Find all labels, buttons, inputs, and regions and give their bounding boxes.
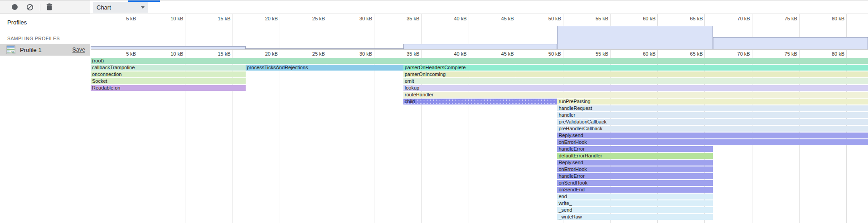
sidebar-title: Profiles <box>0 14 90 26</box>
overview-ruler: 5 kB10 kB15 kB20 kB25 kB30 kB35 kB40 kB4… <box>91 14 868 23</box>
memory-profiler-panel: Chart Profiles SAMPLING PROFILES % Profi… <box>0 0 868 223</box>
flame-bar[interactable]: lookup <box>403 85 868 91</box>
flame-bar[interactable]: Socket <box>91 78 246 84</box>
sampling-profiles-section-label: SAMPLING PROFILES <box>0 26 90 44</box>
flame-bar[interactable]: emit <box>403 78 868 84</box>
block-icon <box>26 4 34 11</box>
ruler-tick-label: 80 kB <box>832 16 844 21</box>
ruler-tick-label: 10 kB <box>170 16 183 21</box>
ruler-tick-label: 60 kB <box>643 51 655 57</box>
ruler-tick-label: 20 kB <box>265 16 278 21</box>
trash-icon <box>46 3 53 11</box>
flame-bar[interactable]: runPreParsing <box>557 99 868 104</box>
ruler-tick-label: 60 kB <box>643 16 655 21</box>
profile-name: Profile 1 <box>20 47 73 53</box>
profiles-sidebar: Profiles SAMPLING PROFILES % Profile 1 S… <box>0 14 90 223</box>
flame-bar[interactable]: end <box>557 194 713 199</box>
delete-button[interactable] <box>43 1 56 13</box>
flame-bar[interactable]: preValidationCallback <box>557 119 868 125</box>
ruler-tick-label: 40 kB <box>454 51 466 57</box>
ruler-tick-label: 75 kB <box>785 16 797 21</box>
ruler-tick-label: 70 kB <box>737 51 750 57</box>
overview-area-segment <box>713 37 868 49</box>
overview-minimap[interactable] <box>91 23 868 49</box>
flame-bar[interactable]: Reply.send <box>557 160 713 166</box>
selected-tab-indicator <box>128 0 160 2</box>
ruler-tick-label: 65 kB <box>690 16 703 21</box>
overview-area-segment <box>403 44 558 49</box>
flame-bar[interactable]: handler <box>557 112 868 118</box>
ruler-tick-label: 45 kB <box>501 51 514 57</box>
flame-bar[interactable]: defaultErrorHandler <box>557 153 713 159</box>
toolbar-divider <box>40 4 40 11</box>
ruler-tick-label: 75 kB <box>785 51 797 57</box>
flame-ruler: 5 kB10 kB15 kB20 kB25 kB30 kB35 kB40 kB4… <box>91 50 868 58</box>
chevron-down-icon <box>141 6 145 9</box>
ruler-tick-label: 65 kB <box>690 51 703 57</box>
ruler-tick-label: 55 kB <box>596 16 608 21</box>
flame-bar[interactable]: handleError <box>557 173 713 179</box>
ruler-tick-label: 35 kB <box>407 51 419 57</box>
ruler-tick-label: 30 kB <box>359 51 372 57</box>
flame-bar[interactable]: handleError <box>557 146 713 152</box>
flame-bar[interactable]: onconnection <box>91 71 246 77</box>
ruler-tick-label: 15 kB <box>218 16 230 21</box>
toolbar: Chart <box>0 0 868 14</box>
flame-bar[interactable]: onErrorHook <box>557 166 713 172</box>
ruler-tick-label: 15 kB <box>218 51 230 57</box>
ruler-tick-label: 50 kB <box>548 16 561 21</box>
ruler-tick-label: 45 kB <box>501 16 514 21</box>
flame-bar[interactable]: child <box>403 99 558 104</box>
ruler-tick-label: 40 kB <box>454 16 466 21</box>
flame-bar[interactable]: onSendEnd <box>557 187 713 193</box>
ruler-tick-label: 25 kB <box>312 16 325 21</box>
ruler-tick-label: 10 kB <box>170 51 183 57</box>
ruler-tick-label: 70 kB <box>737 16 750 21</box>
profile-icon: % <box>6 45 15 54</box>
record-icon <box>12 4 18 10</box>
flame-bar[interactable]: parserOnHeadersComplete <box>403 65 868 71</box>
ruler-tick-label: 5 kB <box>126 51 136 57</box>
flame-bar[interactable]: routeHandler <box>403 92 868 98</box>
flame-bar[interactable]: write_ <box>557 200 713 206</box>
ruler-tick-label: 50 kB <box>548 51 561 57</box>
flame-bar[interactable]: onSendHook <box>557 180 713 186</box>
flame-bar[interactable]: Readable.on <box>91 85 246 91</box>
flame-bar[interactable]: _send <box>557 207 713 213</box>
flame-bar[interactable]: processTicksAndRejections <box>246 65 403 71</box>
flame-chart: (root)callbackTrampolineprocessTicksAndR… <box>91 58 868 223</box>
ruler-tick-label: 25 kB <box>312 51 325 57</box>
svg-text:%: % <box>11 51 14 54</box>
flame-bar[interactable]: callbackTrampoline <box>91 65 246 71</box>
flame-bar[interactable]: onErrorHook <box>557 139 868 145</box>
ruler-tick-label: 55 kB <box>596 51 608 57</box>
overview-area-segment <box>91 46 246 49</box>
flame-chart-pane: 5 kB10 kB15 kB20 kB25 kB30 kB35 kB40 kB4… <box>91 14 868 223</box>
ruler-tick-label: 80 kB <box>832 51 844 57</box>
clear-button[interactable] <box>24 1 36 13</box>
ruler-tick-label: 20 kB <box>265 51 278 57</box>
view-mode-select[interactable]: Chart <box>93 2 148 13</box>
ruler-tick-label: 5 kB <box>126 16 136 21</box>
save-link[interactable]: Save <box>73 47 86 53</box>
flame-bar[interactable]: preHandlerCallback <box>557 126 868 132</box>
toolbar-buttons <box>0 0 90 14</box>
chart-toolbar: Chart <box>90 0 868 14</box>
sidebar-item-profile-1[interactable]: % Profile 1 Save <box>0 44 90 56</box>
flame-bar[interactable]: Reply.send <box>557 133 868 138</box>
view-mode-value: Chart <box>97 4 141 11</box>
flame-bar[interactable]: _writeRaw <box>557 214 713 220</box>
flame-bar[interactable]: parserOnIncoming <box>403 71 868 77</box>
flame-bar[interactable]: (root) <box>91 58 868 64</box>
overview-area-segment <box>557 26 713 49</box>
record-button[interactable] <box>8 1 21 13</box>
ruler-tick-label: 30 kB <box>359 16 372 21</box>
ruler-tick-label: 35 kB <box>407 16 419 21</box>
flame-bar[interactable]: handleRequest <box>557 105 868 111</box>
